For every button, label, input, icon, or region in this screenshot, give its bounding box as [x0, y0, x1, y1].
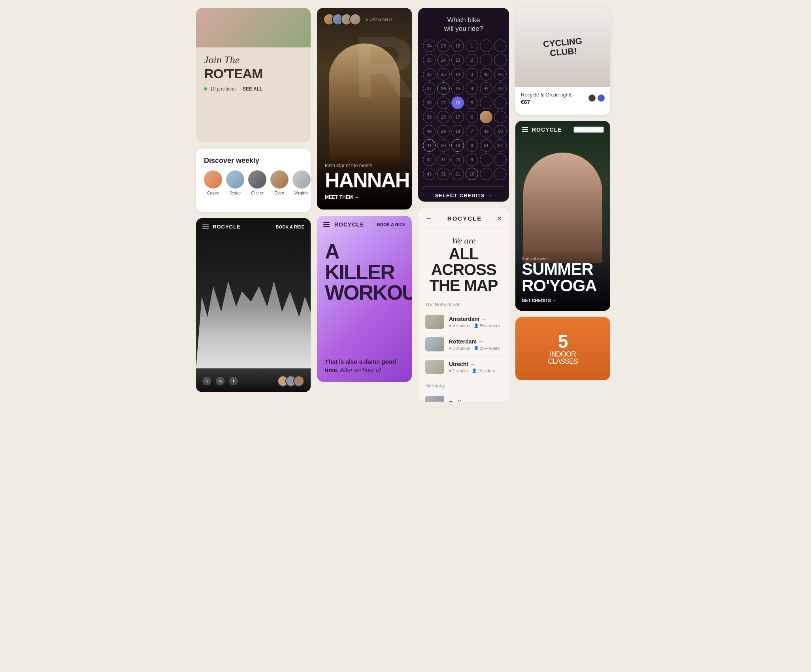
summer-menu-line-2: [522, 129, 528, 130]
seat-26[interactable]: 26: [437, 82, 450, 95]
get-credits-button[interactable]: GET CREDITS →: [522, 298, 604, 303]
menu-icon[interactable]: [202, 225, 209, 229]
summer-yoga-card: ROCYCLE BOOK A RIDE Special event SUMMER…: [515, 121, 610, 311]
instructor-name: HANNAH: [325, 170, 404, 191]
seat-49[interactable]: 49: [480, 125, 492, 138]
seat-15[interactable]: 15: [451, 82, 464, 95]
rider-casey[interactable]: Casey: [204, 170, 222, 195]
seat-47[interactable]: 47: [480, 82, 492, 95]
seat-9[interactable]: 9: [466, 153, 478, 166]
seat-19[interactable]: 19: [451, 139, 464, 152]
seat-12[interactable]: 12: [451, 40, 464, 52]
seat-27[interactable]: 27: [437, 96, 450, 109]
seat-17[interactable]: 17: [451, 111, 464, 123]
color-blue[interactable]: [598, 94, 605, 102]
seat-42[interactable]: 42: [423, 153, 436, 166]
seat-16-selected[interactable]: 16: [451, 96, 464, 109]
seat-32[interactable]: 32: [437, 168, 450, 180]
killer-title: A KILLER WORKOUT: [317, 233, 412, 303]
seat-20[interactable]: 20: [451, 153, 464, 166]
facebook-icon[interactable]: f: [229, 377, 238, 385]
seat-6[interactable]: 6: [466, 111, 478, 123]
killer-header: ROCYCLE BOOK A RIDE: [317, 216, 412, 233]
seat-empty-7: [494, 111, 507, 123]
seat-18[interactable]: 18: [451, 125, 464, 138]
seat-empty-8: [480, 153, 492, 166]
summer-line2: RO'YOGA: [522, 277, 604, 294]
seat-45[interactable]: 45: [480, 68, 492, 81]
seat-38[interactable]: 38: [423, 96, 436, 109]
seat-5[interactable]: 5: [466, 96, 478, 109]
rider-evert[interactable]: Evert: [270, 170, 289, 195]
seat-empty-2: [494, 40, 507, 52]
rider-virginie[interactable]: Virginie: [292, 170, 311, 195]
rider-olivier[interactable]: Olivier: [248, 170, 266, 195]
seat-30[interactable]: 30: [437, 139, 450, 152]
summer-book-btn[interactable]: BOOK A RIDE: [573, 126, 604, 133]
seat-4[interactable]: 4: [466, 82, 478, 95]
select-credits-button[interactable]: SELECT CREDITS →: [423, 187, 504, 202]
seat-14[interactable]: 14: [451, 68, 464, 81]
join-card: Join The RO'TEAM 10 positions SEE ALL →: [196, 8, 311, 142]
avatar-casey: [204, 170, 222, 189]
seat-7[interactable]: 7: [466, 125, 478, 138]
seat-13[interactable]: 13: [451, 54, 464, 66]
location-berlin[interactable]: Berlin →: [418, 392, 509, 402]
seat-31[interactable]: 31: [437, 153, 450, 166]
location-utrecht[interactable]: Utrecht → ● 1 studio 👤 1K riders: [418, 356, 509, 378]
rotterdam-riders: 👤 2K+ riders: [474, 346, 500, 351]
rider-name-olivier: Olivier: [251, 191, 263, 195]
seat-51[interactable]: 51: [480, 139, 492, 152]
berlin-thumb: [425, 396, 444, 402]
see-all-link[interactable]: SEE ALL →: [243, 86, 268, 92]
killer-footer: That is also a damn good time. After an …: [325, 357, 404, 374]
meet-them-btn[interactable]: MEET THEM →: [325, 194, 404, 200]
instagram-icon[interactable]: ◎: [216, 377, 224, 385]
seat-34[interactable]: 34: [423, 40, 436, 52]
killer-book-btn[interactable]: BOOK A RIDE: [377, 222, 406, 227]
seat-29[interactable]: 29: [437, 125, 450, 138]
seat-40[interactable]: 40: [423, 125, 436, 138]
location-amsterdam[interactable]: Amsterdam → ● 4 studios 👤 5K+ riders: [418, 311, 509, 333]
rocycle-logo-dark: ROCYCLE: [213, 224, 241, 230]
color-dark[interactable]: [588, 94, 596, 102]
seat-46[interactable]: 46: [494, 68, 507, 81]
close-button[interactable]: ✕: [497, 215, 502, 222]
seat-37[interactable]: 37: [423, 82, 436, 95]
seat-empty-1: [480, 40, 492, 52]
amsterdam-info: Amsterdam → ● 4 studios 👤 5K+ riders: [449, 316, 502, 328]
tights-product-info: Rocycle & Onzie tights €67: [521, 91, 573, 105]
summer-menu-icon[interactable]: [522, 127, 528, 132]
seat-8[interactable]: 8: [466, 139, 478, 152]
seat-39[interactable]: 39: [423, 111, 436, 123]
seat-36[interactable]: 36: [423, 68, 436, 81]
rider-name-casey: Casey: [207, 191, 219, 195]
seat-48[interactable]: 48: [494, 82, 507, 95]
rider-jeske[interactable]: Jeske: [226, 170, 244, 195]
seat-1[interactable]: 1: [466, 40, 478, 52]
bike-title-line1: Which bike: [447, 16, 480, 24]
spotify-icon[interactable]: ♫: [202, 377, 211, 385]
killer-menu-icon[interactable]: [323, 222, 330, 227]
seat-2[interactable]: 2: [466, 54, 478, 66]
seat-25[interactable]: 25: [437, 68, 450, 81]
seat-35[interactable]: 35: [423, 54, 436, 66]
seat-28[interactable]: 28: [437, 111, 450, 123]
seat-empty-6: [494, 96, 507, 109]
seat-10[interactable]: 10: [466, 168, 478, 180]
seat-24[interactable]: 24: [437, 54, 450, 66]
seat-41[interactable]: 41: [423, 139, 436, 152]
seat-52[interactable]: 52: [494, 139, 507, 152]
indoor-title: 5 INDOORCLASSES: [541, 332, 584, 365]
seat-21[interactable]: 21: [451, 168, 464, 180]
location-rotterdam[interactable]: Rotterdam → ● 2 studios 👤 2K+ riders: [418, 333, 509, 356]
seat-3[interactable]: 3: [466, 68, 478, 81]
back-button[interactable]: ←: [425, 214, 432, 223]
menu-line-2: [202, 227, 209, 227]
seat-43[interactable]: 43: [423, 168, 436, 180]
book-ride-button-dark[interactable]: BOOK A RIDE: [275, 225, 304, 229]
seat-50[interactable]: 50: [494, 125, 507, 138]
seat-23[interactable]: 23: [437, 40, 450, 52]
seat-with-avatar[interactable]: [480, 111, 492, 123]
map-logo: ROCYCLE: [447, 215, 482, 222]
